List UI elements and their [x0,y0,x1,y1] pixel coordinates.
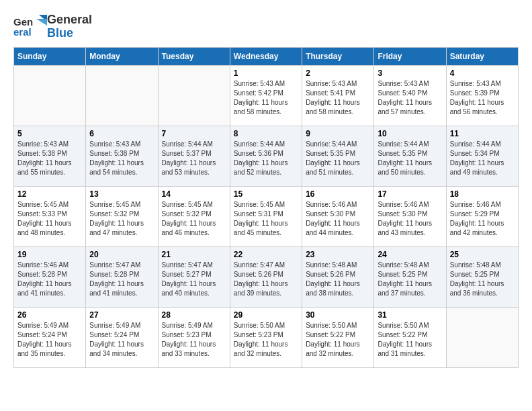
day-number: 16 [306,189,370,199]
day-number: 22 [234,250,298,259]
calendar-day-cell: 28Sunrise: 5:49 AMSunset: 5:23 PMDayligh… [158,308,230,368]
day-number: 31 [378,310,442,320]
day-number: 9 [306,129,370,138]
day-info: Sunrise: 5:44 AMSunset: 5:35 PMDaylight:… [378,140,442,177]
day-number: 29 [234,310,298,320]
calendar-day-cell: 9Sunrise: 5:44 AMSunset: 5:35 PMDaylight… [302,126,374,187]
calendar-day-cell: 31Sunrise: 5:50 AMSunset: 5:22 PMDayligh… [374,308,446,368]
calendar-day-cell: 16Sunrise: 5:46 AMSunset: 5:30 PMDayligh… [302,187,374,247]
calendar-day-cell: 11Sunrise: 5:44 AMSunset: 5:34 PMDayligh… [446,126,518,187]
svg-text:eral: eral [13,26,32,38]
weekday-header: Monday [86,48,158,66]
weekday-header: Friday [374,48,446,66]
calendar-day-cell: 19Sunrise: 5:46 AMSunset: 5:28 PMDayligh… [14,247,86,308]
day-number: 3 [378,68,442,78]
calendar-day-cell: 21Sunrise: 5:47 AMSunset: 5:27 PMDayligh… [158,247,230,308]
day-info: Sunrise: 5:50 AMSunset: 5:22 PMDaylight:… [378,321,442,359]
calendar-day-cell: 23Sunrise: 5:48 AMSunset: 5:26 PMDayligh… [302,247,374,308]
page-header: Gen eral General Blue [13,13,519,40]
day-info: Sunrise: 5:44 AMSunset: 5:37 PMDaylight:… [162,140,226,177]
day-info: Sunrise: 5:47 AMSunset: 5:26 PMDaylight:… [234,261,298,298]
day-info: Sunrise: 5:46 AMSunset: 5:30 PMDaylight:… [378,200,442,238]
day-number: 5 [17,129,82,138]
day-info: Sunrise: 5:50 AMSunset: 5:22 PMDaylight:… [306,321,370,359]
weekday-header: Tuesday [158,48,230,66]
day-info: Sunrise: 5:49 AMSunset: 5:23 PMDaylight:… [162,321,226,359]
calendar-table: SundayMondayTuesdayWednesdayThursdayFrid… [13,47,519,368]
calendar-day-cell: 4Sunrise: 5:43 AMSunset: 5:39 PMDaylight… [446,66,518,126]
svg-marker-3 [36,19,47,26]
calendar-day-cell: 6Sunrise: 5:43 AMSunset: 5:38 PMDaylight… [86,126,158,187]
day-info: Sunrise: 5:49 AMSunset: 5:24 PMDaylight:… [89,321,154,359]
day-info: Sunrise: 5:43 AMSunset: 5:38 PMDaylight:… [89,140,154,177]
calendar-week-row: 5Sunrise: 5:43 AMSunset: 5:38 PMDaylight… [14,126,519,187]
logo: Gen eral General Blue [13,13,92,40]
weekday-header: Wednesday [230,48,302,66]
logo-text-general: General [47,13,92,26]
calendar-day-cell: 8Sunrise: 5:44 AMSunset: 5:36 PMDaylight… [230,126,302,187]
day-info: Sunrise: 5:47 AMSunset: 5:27 PMDaylight:… [162,261,226,298]
calendar-day-cell: 14Sunrise: 5:45 AMSunset: 5:32 PMDayligh… [158,187,230,247]
calendar-header-row: SundayMondayTuesdayWednesdayThursdayFrid… [14,48,519,66]
day-number: 15 [234,189,298,199]
day-number: 1 [234,68,298,78]
calendar-day-cell [446,308,518,368]
day-info: Sunrise: 5:43 AMSunset: 5:42 PMDaylight:… [234,79,298,117]
calendar-day-cell: 25Sunrise: 5:48 AMSunset: 5:25 PMDayligh… [446,247,518,308]
day-number: 18 [450,189,515,199]
logo-text-blue: Blue [47,26,73,40]
calendar-day-cell [158,66,230,126]
calendar-day-cell [14,66,86,126]
calendar-day-cell: 26Sunrise: 5:49 AMSunset: 5:24 PMDayligh… [14,308,86,368]
calendar-week-row: 12Sunrise: 5:45 AMSunset: 5:33 PMDayligh… [14,187,519,247]
day-number: 2 [306,68,370,78]
day-number: 27 [89,310,154,320]
day-number: 19 [17,250,82,259]
day-number: 23 [306,250,370,259]
day-number: 24 [378,250,442,259]
day-number: 30 [306,310,370,320]
day-info: Sunrise: 5:46 AMSunset: 5:28 PMDaylight:… [17,261,82,298]
day-info: Sunrise: 5:43 AMSunset: 5:38 PMDaylight:… [17,140,82,177]
calendar-day-cell: 12Sunrise: 5:45 AMSunset: 5:33 PMDayligh… [14,187,86,247]
day-info: Sunrise: 5:48 AMSunset: 5:25 PMDaylight:… [450,261,515,298]
calendar-week-row: 26Sunrise: 5:49 AMSunset: 5:24 PMDayligh… [14,308,519,368]
day-info: Sunrise: 5:44 AMSunset: 5:35 PMDaylight:… [306,140,370,177]
day-number: 7 [162,129,226,138]
day-number: 11 [450,129,515,138]
weekday-header: Sunday [14,48,86,66]
day-number: 14 [162,189,226,199]
day-info: Sunrise: 5:47 AMSunset: 5:28 PMDaylight:… [89,261,154,298]
day-number: 6 [89,129,154,138]
calendar-day-cell: 5Sunrise: 5:43 AMSunset: 5:38 PMDaylight… [14,126,86,187]
day-info: Sunrise: 5:46 AMSunset: 5:29 PMDaylight:… [450,200,515,238]
day-info: Sunrise: 5:44 AMSunset: 5:34 PMDaylight:… [450,140,515,177]
calendar-day-cell: 18Sunrise: 5:46 AMSunset: 5:29 PMDayligh… [446,187,518,247]
day-info: Sunrise: 5:45 AMSunset: 5:32 PMDaylight:… [89,200,154,238]
calendar-day-cell [86,66,158,126]
day-number: 28 [162,310,226,320]
day-info: Sunrise: 5:48 AMSunset: 5:25 PMDaylight:… [378,261,442,298]
day-number: 12 [17,189,82,199]
weekday-header: Thursday [302,48,374,66]
day-info: Sunrise: 5:48 AMSunset: 5:26 PMDaylight:… [306,261,370,298]
logo-svg: Gen eral [13,13,47,40]
calendar-day-cell: 27Sunrise: 5:49 AMSunset: 5:24 PMDayligh… [86,308,158,368]
day-number: 20 [89,250,154,259]
day-number: 10 [378,129,442,138]
weekday-header: Saturday [446,48,518,66]
calendar-week-row: 19Sunrise: 5:46 AMSunset: 5:28 PMDayligh… [14,247,519,308]
calendar-day-cell: 29Sunrise: 5:50 AMSunset: 5:23 PMDayligh… [230,308,302,368]
calendar-day-cell: 30Sunrise: 5:50 AMSunset: 5:22 PMDayligh… [302,308,374,368]
day-number: 21 [162,250,226,259]
calendar-day-cell: 17Sunrise: 5:46 AMSunset: 5:30 PMDayligh… [374,187,446,247]
day-info: Sunrise: 5:45 AMSunset: 5:33 PMDaylight:… [17,200,82,238]
calendar-day-cell: 24Sunrise: 5:48 AMSunset: 5:25 PMDayligh… [374,247,446,308]
day-number: 13 [89,189,154,199]
day-number: 25 [450,250,515,259]
day-info: Sunrise: 5:45 AMSunset: 5:32 PMDaylight:… [162,200,226,238]
day-number: 8 [234,129,298,138]
calendar-day-cell: 2Sunrise: 5:43 AMSunset: 5:41 PMDaylight… [302,66,374,126]
calendar-day-cell: 1Sunrise: 5:43 AMSunset: 5:42 PMDaylight… [230,66,302,126]
calendar-day-cell: 22Sunrise: 5:47 AMSunset: 5:26 PMDayligh… [230,247,302,308]
